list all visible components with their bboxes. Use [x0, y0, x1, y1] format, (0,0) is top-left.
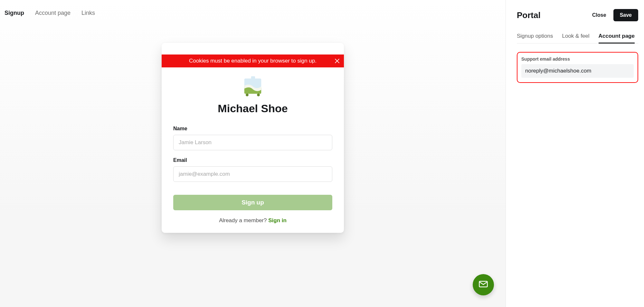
panel-title: Portal: [517, 10, 541, 20]
tab-look-and-feel[interactable]: Look & feel: [562, 33, 589, 43]
panel-tabs: Signup options Look & feel Account page: [517, 33, 638, 44]
close-icon[interactable]: [334, 57, 341, 64]
brand-title: Michael Shoe: [173, 102, 332, 115]
email-field-block: Email: [173, 157, 332, 182]
preview-area: Cookies must be enabled in your browser …: [0, 20, 506, 307]
close-button[interactable]: Close: [592, 12, 606, 18]
already-member-text: Already a member? Sign in: [173, 217, 332, 224]
svg-point-3: [257, 94, 260, 96]
signup-card: Cookies must be enabled in your browser …: [162, 43, 344, 233]
support-fab[interactable]: [473, 274, 494, 295]
signup-button[interactable]: Sign up: [173, 195, 332, 210]
support-email-input[interactable]: [521, 64, 634, 78]
settings-panel: Portal Close Save Signup options Look & …: [506, 0, 644, 307]
already-prefix: Already a member?: [219, 217, 268, 223]
email-input[interactable]: [173, 166, 332, 182]
topnav-account-page[interactable]: Account page: [35, 10, 71, 16]
topnav-signup[interactable]: Signup: [5, 10, 24, 16]
name-input[interactable]: [173, 135, 332, 150]
mail-icon: [478, 279, 488, 290]
tab-signup-options[interactable]: Signup options: [517, 33, 553, 43]
brand-logo: [173, 75, 332, 98]
name-field-block: Name: [173, 126, 332, 150]
tab-account-page[interactable]: Account page: [599, 33, 635, 43]
top-nav: Signup Account page Links: [0, 0, 506, 20]
save-button[interactable]: Save: [613, 9, 638, 21]
signin-link[interactable]: Sign in: [268, 217, 287, 223]
email-label: Email: [173, 157, 332, 163]
name-label: Name: [173, 126, 332, 132]
support-email-label: Support email address: [521, 56, 634, 62]
svg-point-2: [246, 94, 249, 96]
cookie-alert: Cookies must be enabled in your browser …: [162, 43, 344, 67]
topnav-links[interactable]: Links: [81, 10, 95, 16]
cookie-alert-text: Cookies must be enabled in your browser …: [189, 58, 317, 64]
support-email-setting: Support email address: [517, 52, 638, 83]
